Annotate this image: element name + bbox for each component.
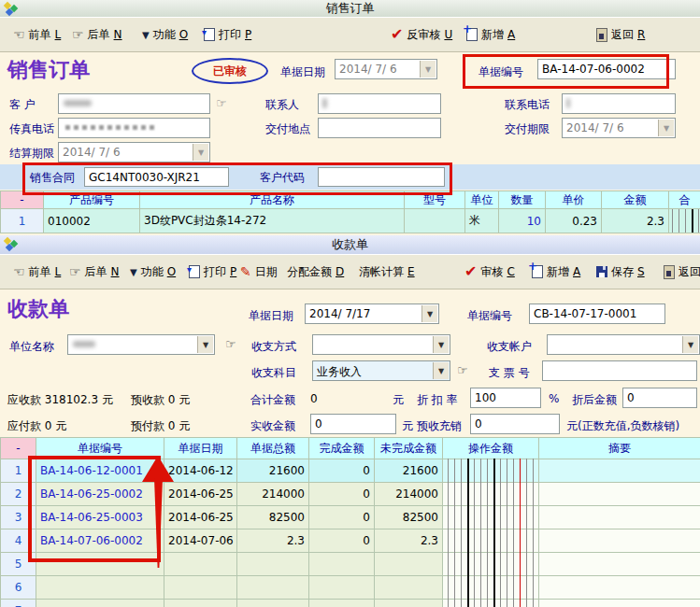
done-amount-cell[interactable]	[309, 600, 375, 607]
done-amount-cell[interactable]	[309, 553, 375, 576]
dropdown-arrow-icon[interactable]: ▼	[193, 144, 208, 161]
remain-amount-cell[interactable]: 82500	[375, 506, 443, 529]
date-button[interactable]: ✎日期	[240, 255, 278, 289]
new-doc-button[interactable]: 新增A	[532, 255, 580, 289]
contract-input[interactable]: GC14NT0030-XJR21	[84, 167, 229, 187]
row-number-cell[interactable]: 4	[1, 529, 36, 553]
model-cell[interactable]	[405, 209, 465, 233]
subject-dropdown[interactable]: 业务收入▼	[312, 360, 450, 381]
doc-date-cell[interactable]: 2014-07-06	[164, 529, 237, 553]
delivery-date-dropdown[interactable]: 2014/ 7/ 6▼	[562, 118, 676, 138]
prev-doc-button[interactable]: ☜前单L	[13, 18, 61, 51]
table-row[interactable]: 7	[1, 600, 700, 607]
table-row[interactable]: 3 BA-14-06-25-0003 2014-06-25 82500 0 82…	[1, 506, 700, 529]
doc-date-dropdown[interactable]: 2014/ 7/ 6▼	[335, 59, 437, 79]
next-doc-button[interactable]: ☞后单N	[72, 18, 122, 51]
functions-button[interactable]: ▼功能O	[142, 18, 188, 51]
operate-amount-cell[interactable]	[443, 483, 539, 506]
return-button[interactable]: 返回R	[596, 18, 645, 51]
amount-cell[interactable]: 2.3	[602, 209, 669, 233]
doc-date-cell[interactable]: 2014-06-25	[164, 506, 237, 529]
doc-total-cell[interactable]: 21600	[237, 459, 309, 483]
return-button[interactable]: 返回R	[664, 255, 700, 289]
remain-amount-cell[interactable]: 21600	[375, 459, 443, 483]
after-discount-input[interactable]: 0	[622, 388, 697, 408]
remain-amount-cell[interactable]	[375, 576, 443, 600]
doc-date-cell[interactable]	[164, 576, 237, 600]
functions-button[interactable]: ▼功能O	[130, 255, 176, 289]
done-amount-cell[interactable]: 0	[309, 529, 375, 553]
new-doc-button[interactable]: 新增A	[466, 18, 515, 51]
summary-cell[interactable]	[539, 506, 700, 529]
operate-amount-cell[interactable]	[443, 529, 539, 553]
prev-doc-button[interactable]: ☜前单L	[13, 255, 61, 289]
summary-cell[interactable]	[539, 483, 700, 506]
print-button[interactable]: 打印P	[204, 18, 251, 51]
doc-total-cell[interactable]: 214000	[237, 483, 309, 506]
doc-no-input[interactable]: BA-14-07-06-0002	[537, 59, 676, 79]
audit-button[interactable]: ✔审核C	[464, 255, 515, 289]
dropdown-arrow-icon[interactable]: ▼	[433, 336, 449, 353]
dropdown-arrow-icon[interactable]: ▼	[420, 61, 436, 78]
row-number-cell[interactable]: 1	[1, 459, 36, 483]
delivery-place-input[interactable]	[318, 118, 441, 138]
done-amount-cell[interactable]	[309, 576, 375, 600]
doc-no-cell[interactable]: BA-14-06-25-0002	[36, 483, 164, 506]
table-row[interactable]: 5	[1, 553, 700, 576]
allocate-amount-button[interactable]: 分配金额D	[287, 255, 344, 289]
operate-amount-cell[interactable]	[443, 506, 539, 529]
row-number-cell[interactable]: 7	[1, 600, 36, 607]
dropdown-arrow-icon[interactable]: ▼	[433, 362, 449, 379]
total-ledger-cell[interactable]	[669, 209, 700, 233]
unaudit-button[interactable]: ✔反审核U	[391, 18, 452, 51]
offset-input[interactable]: 0	[470, 414, 560, 434]
doc-total-cell[interactable]	[237, 553, 309, 576]
product-name-cell[interactable]: 3D纹PVC封边条14-272	[140, 209, 405, 233]
summary-cell[interactable]	[539, 553, 700, 576]
clear-calc-button[interactable]: 清帐计算E	[359, 255, 415, 289]
done-amount-cell[interactable]: 0	[309, 459, 375, 483]
print-button[interactable]: 打印P	[189, 255, 236, 289]
row-number-cell[interactable]: 5	[1, 553, 36, 576]
row-number-cell[interactable]: 2	[1, 483, 36, 506]
unit-cell[interactable]: 米	[465, 209, 499, 233]
dropdown-arrow-icon[interactable]: ▼	[658, 120, 674, 136]
settle-date-dropdown[interactable]: 2014/ 7/ 6▼	[58, 142, 210, 162]
table-row[interactable]: 6	[1, 576, 700, 600]
doc-no-cell[interactable]	[36, 576, 164, 600]
operate-amount-cell[interactable]	[443, 553, 539, 576]
pay-method-dropdown[interactable]: ▼	[312, 334, 450, 355]
doc-total-cell[interactable]	[237, 576, 309, 600]
summary-cell[interactable]	[539, 529, 700, 553]
doc-no-cell[interactable]: BA-14-07-06-0002	[36, 529, 164, 553]
remain-amount-cell[interactable]	[375, 600, 443, 607]
row-number-cell[interactable]: 6	[1, 576, 36, 600]
doc-total-cell[interactable]	[237, 600, 309, 607]
cheque-no-input[interactable]	[542, 360, 697, 381]
operate-amount-cell[interactable]	[443, 576, 539, 600]
customer-code-input[interactable]	[318, 167, 445, 187]
dropdown-arrow-icon[interactable]: ▼	[682, 336, 698, 353]
remain-amount-cell[interactable]	[375, 553, 443, 576]
doc-no-cell[interactable]	[36, 553, 164, 576]
dropdown-arrow-icon[interactable]: ▼	[197, 336, 213, 353]
summary-cell[interactable]	[539, 459, 700, 483]
summary-cell[interactable]	[539, 600, 700, 607]
operate-amount-cell[interactable]	[443, 600, 539, 607]
save-button[interactable]: 保存S	[596, 255, 645, 289]
doc-date-cell[interactable]: 2014-06-12	[164, 459, 237, 483]
done-amount-cell[interactable]: 0	[309, 506, 375, 529]
doc-date-dropdown[interactable]: 2014/ 7/17▼	[305, 304, 439, 324]
next-doc-button[interactable]: ☞后单N	[69, 255, 120, 289]
table-row[interactable]: 1 BA-14-06-12-0001 2014-06-12 21600 0 21…	[1, 459, 700, 483]
doc-no-cell[interactable]	[36, 600, 164, 607]
qty-cell[interactable]: 10	[499, 209, 546, 233]
row-number-cell[interactable]: 3	[1, 506, 36, 529]
doc-no-input[interactable]: CB-14-07-17-0001	[529, 304, 665, 324]
discount-rate-input[interactable]: 100	[470, 388, 541, 408]
done-amount-cell[interactable]: 0	[309, 483, 375, 506]
contact-input[interactable]	[318, 93, 441, 114]
phone-input[interactable]	[562, 93, 676, 114]
doc-date-cell[interactable]	[164, 553, 237, 576]
remain-amount-cell[interactable]: 214000	[375, 483, 443, 506]
